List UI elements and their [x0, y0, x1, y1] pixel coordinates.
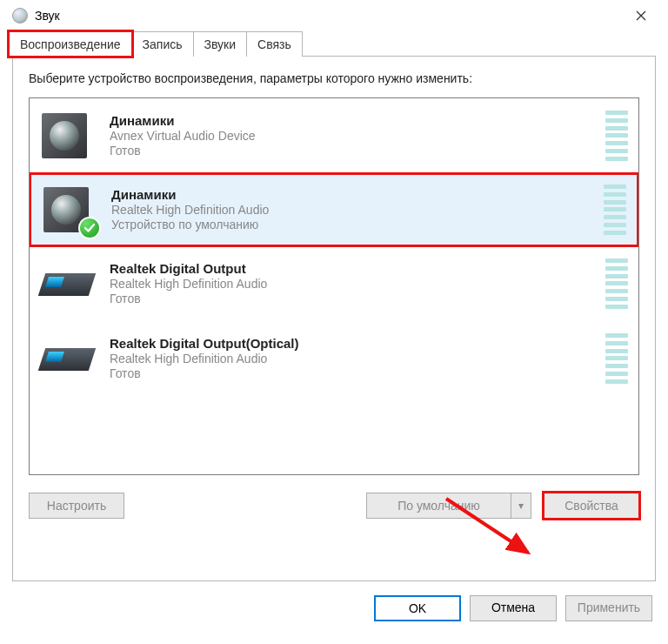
instruction-text: Выберите устройство воспроизведения, пар… [29, 70, 639, 87]
device-list[interactable]: Динамики Avnex Virtual Audio Device Гото… [29, 97, 639, 475]
device-status: Устройство по умолчанию [111, 218, 595, 231]
dialog-buttons: OK Отмена Применить [0, 581, 668, 621]
chevron-down-icon[interactable]: ▾ [511, 493, 531, 518]
device-text: Динамики Avnex Virtual Audio Device Гото… [110, 113, 597, 158]
device-name: Realtek Digital Output [110, 261, 597, 276]
device-status: Готов [110, 366, 597, 380]
default-check-icon [78, 217, 101, 239]
device-name: Динамики [111, 187, 595, 202]
tabs: Воспроизведение Запись Звуки Связь [0, 31, 668, 57]
window-title: Звук [35, 9, 60, 23]
device-name: Realtek Digital Output(Optical) [110, 336, 597, 351]
playback-panel: Выберите устройство воспроизведения, пар… [12, 56, 656, 581]
device-name: Динамики [110, 113, 597, 128]
device-desc: Realtek High Definition Audio [110, 277, 597, 291]
digital-output-icon [42, 258, 94, 310]
app-icon [12, 8, 28, 23]
close-icon [636, 10, 646, 21]
device-desc: Avnex Virtual Audio Device [110, 129, 597, 143]
cancel-button[interactable]: Отмена [470, 595, 557, 621]
device-text: Realtek Digital Output(Optical) Realtek … [110, 336, 597, 380]
device-item[interactable]: Динамики Avnex Virtual Audio Device Гото… [30, 98, 638, 173]
device-item[interactable]: Realtek Digital Output Realtek High Defi… [30, 246, 638, 321]
device-text: Динамики Realtek High Definition Audio У… [111, 187, 595, 231]
close-button[interactable] [623, 3, 659, 29]
tab-recording[interactable]: Запись [131, 31, 194, 57]
apply-button[interactable]: Применить [565, 595, 652, 621]
panel-buttons: Настроить По умолчанию ▾ Свойства [29, 493, 639, 519]
sound-window: Звук Воспроизведение Запись Звуки Связь … [0, 0, 668, 644]
device-text: Realtek Digital Output Realtek High Defi… [110, 261, 597, 305]
level-meter [605, 258, 628, 309]
level-meter [604, 184, 626, 235]
set-default-button[interactable]: По умолчанию ▾ [366, 493, 531, 519]
tab-playback[interactable]: Воспроизведение [9, 31, 132, 57]
ok-button[interactable]: OK [374, 595, 461, 621]
level-meter [605, 333, 628, 384]
titlebar: Звук [0, 0, 668, 31]
device-status: Готов [110, 292, 597, 305]
device-item[interactable]: Realtek Digital Output(Optical) Realtek … [30, 321, 638, 396]
device-status: Готов [110, 144, 597, 158]
set-default-label: По умолчанию [367, 493, 511, 518]
device-desc: Realtek High Definition Audio [111, 203, 595, 217]
configure-button[interactable]: Настроить [29, 493, 124, 519]
device-item-selected[interactable]: Динамики Realtek High Definition Audio У… [29, 172, 639, 247]
properties-button[interactable]: Свойства [544, 493, 639, 519]
tab-communications[interactable]: Связь [246, 31, 303, 57]
tab-sounds[interactable]: Звуки [193, 31, 248, 57]
level-meter [605, 111, 628, 161]
speaker-icon [43, 184, 96, 236]
digital-output-icon [42, 332, 94, 385]
speaker-icon [42, 110, 94, 162]
device-desc: Realtek High Definition Audio [110, 352, 597, 366]
